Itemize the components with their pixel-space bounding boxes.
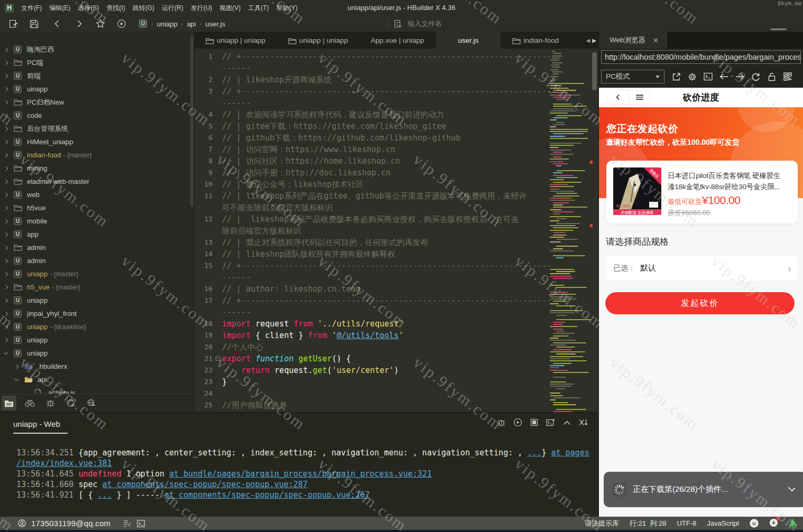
clear-x-down-icon[interactable] (579, 418, 588, 427)
tree-item-h5vue[interactable]: h5vue (0, 201, 194, 214)
menu-item-4[interactable]: 跳转(G) (132, 0, 155, 16)
menu-item-2[interactable]: 选择(S) (77, 0, 100, 16)
lock-open-icon[interactable] (767, 72, 776, 81)
terminal-plus-icon[interactable] (546, 418, 555, 427)
editor-tab-uniapp[interactable]: uniapp | uniapp (195, 32, 277, 49)
chevron-collapsed-icon[interactable] (3, 297, 10, 304)
chevron-collapsed-icon[interactable] (3, 60, 10, 66)
plugin-download-toast[interactable]: 正在下载第(26/28)个插件... (604, 472, 803, 507)
save-icon[interactable] (29, 19, 39, 29)
favorite-star-icon[interactable] (96, 19, 105, 29)
new-file-icon[interactable] (8, 19, 18, 29)
chevron-collapsed-icon[interactable] (3, 271, 10, 277)
tree-item-uniapp[interactable]: Uuniapp (0, 333, 194, 347)
editor-scrollbar-thumb[interactable] (592, 52, 597, 90)
encoding[interactable]: UTF-8 (677, 519, 696, 527)
debug-bug-icon[interactable] (43, 396, 58, 410)
menu-item-0[interactable]: 文件(F) (20, 0, 43, 16)
tree-item-PC端[interactable]: PC端 (0, 56, 194, 69)
url-input[interactable]: http://localhost:8080/mobile/bundle/page… (601, 50, 801, 64)
menu-item-7[interactable]: 视图(V) (218, 0, 242, 16)
menu-item-1[interactable]: 编辑(E) (48, 0, 71, 16)
debug-bug-icon[interactable] (497, 418, 506, 427)
explorer-folder-icon[interactable] (2, 396, 16, 410)
chevron-collapsed-icon[interactable] (3, 205, 10, 211)
start-bargain-button[interactable]: 发起砍价 (605, 292, 795, 314)
menu-item-8[interactable]: 工具(T) (247, 0, 270, 16)
tree-item-mobile[interactable]: Umobile (0, 214, 194, 228)
notification-tree-icon[interactable] (789, 519, 797, 528)
console-link[interactable]: at components/spec-popup/spec-popup.vue:… (103, 480, 308, 489)
chevron-collapsed-icon[interactable] (3, 165, 10, 172)
tree-item-.hbuilderx[interactable]: .hbuilderx (0, 360, 194, 373)
tree-item-uniapp[interactable]: Uuniapp (0, 294, 194, 307)
tree-item-indian-food[interactable]: Uindian-food - {master} (0, 148, 194, 162)
breadcrumb-file[interactable]: user.js (205, 20, 225, 28)
arrow-back-icon[interactable] (719, 72, 728, 81)
forward-icon[interactable] (75, 19, 84, 29)
collapse-chevron-icon[interactable] (562, 418, 571, 427)
account-icon[interactable] (18, 519, 26, 527)
chevron-expanded-icon[interactable] (14, 377, 20, 383)
chevron-collapsed-icon[interactable] (3, 99, 10, 106)
tree-item-eladmin-web-master[interactable]: eladmin-web-master (0, 175, 194, 188)
settings-gear-icon[interactable] (688, 72, 697, 81)
back-icon[interactable] (52, 19, 62, 29)
code-area[interactable]: 1// +-----------------------------------… (195, 49, 551, 412)
language-mode[interactable]: JavaScript (707, 519, 739, 527)
chevron-collapsed-icon[interactable] (3, 245, 10, 251)
tree-item-嗨淘巴西[interactable]: U嗨淘巴西 (0, 43, 194, 56)
tree-item-activity.js[interactable]: activity.js (0, 386, 194, 394)
chevron-collapsed-icon[interactable] (3, 231, 10, 238)
spec-selector-row[interactable]: 已选： 默认 › (606, 256, 798, 281)
tree-item-uniapp[interactable]: Uuniapp - {master} (0, 267, 194, 281)
arrow-forward-icon[interactable] (735, 72, 744, 81)
menu-item-6[interactable]: 发行(U) (190, 0, 214, 16)
menu-item-5[interactable]: 运行(R) (161, 0, 184, 16)
syntax-library[interactable]: 语法提示库 (585, 519, 619, 528)
fold-marker-icon[interactable]: − (216, 356, 220, 361)
refresh-sync-icon[interactable] (63, 396, 78, 410)
chevron-collapsed-icon[interactable] (3, 311, 10, 317)
console-link[interactable]: at components/spec-popup/spec-popup.vue:… (164, 490, 370, 500)
chevron-expanded-icon[interactable] (3, 350, 10, 357)
editor-tab-indian-food[interactable]: indian-food (501, 32, 570, 49)
chevron-collapsed-icon[interactable] (3, 218, 10, 225)
sidebar-scrollbar-thumb[interactable] (190, 35, 193, 207)
chevron-collapsed-icon[interactable] (3, 139, 10, 145)
tree-item-uniapp[interactable]: Uuniapp (0, 347, 194, 360)
minimap[interactable] (550, 51, 592, 412)
tree-item-admin[interactable]: Uadmin (0, 254, 194, 267)
update-download-icon[interactable] (769, 518, 778, 529)
chevron-collapsed-icon[interactable] (3, 179, 10, 185)
tree-item-web[interactable]: Uweb (0, 188, 194, 201)
tree-item-PC归档New[interactable]: PC归档New (0, 96, 194, 109)
run-icon[interactable] (117, 19, 126, 29)
tree-item-uniapp[interactable]: Uuniapp - {drawkline} (0, 320, 194, 333)
menu-item-3[interactable]: 查找(I) (105, 0, 126, 16)
refresh-icon[interactable] (751, 72, 760, 81)
tabs-scroll-left-icon[interactable]: ◀ (586, 38, 590, 43)
open-external-icon[interactable] (672, 72, 681, 81)
product-card[interactable]: 旗舰店 天猫配送 正品保障 默认规格 日本进口pilot百乐贵客钢笔 硬橡胶生 … (606, 161, 798, 223)
tree-item-h5_vue[interactable]: h5_vue - {master} (0, 281, 194, 294)
tree-item-uinapp[interactable]: Uuinapp (0, 82, 194, 96)
tree-item-HiMeet_uniapp[interactable]: UHiMeet_uniapp (0, 135, 194, 148)
device-mode-select[interactable]: PC模式 (601, 70, 664, 83)
terminal-box-icon[interactable] (704, 72, 713, 81)
editor-tab-App.vue[interactable]: App.vue | uniapp (359, 32, 436, 49)
tree-item-code[interactable]: Ucode (0, 109, 194, 122)
breadcrumb-folder[interactable]: api (187, 20, 196, 28)
web-globe-icon[interactable] (84, 396, 99, 410)
chevron-collapsed-icon[interactable] (3, 113, 10, 119)
tree-item-admin[interactable]: admin (0, 241, 194, 254)
console-tab[interactable]: uniapp - Web (13, 419, 68, 434)
chevron-collapsed-icon[interactable] (3, 258, 10, 264)
cursor-position[interactable]: 行:21 列:28 (630, 519, 666, 528)
terminal-icon[interactable] (137, 520, 145, 527)
chevron-collapsed-icon[interactable] (3, 337, 10, 343)
outline-list-icon[interactable] (123, 520, 132, 527)
console-link[interactable]: at bundle/pages/bargain_process/bargain_… (169, 469, 432, 479)
browser-tab[interactable]: Web浏览器 ✕ (599, 32, 667, 49)
editor-tab-uniapp[interactable]: uniapp | uniapp (277, 32, 359, 49)
